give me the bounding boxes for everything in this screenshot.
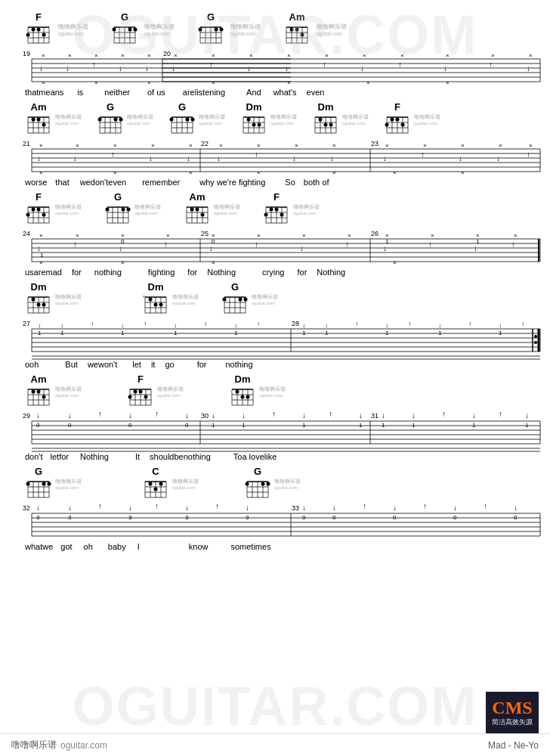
svg-text:↑: ↑: [257, 321, 260, 327]
svg-text:×: ×: [76, 232, 79, 239]
staff-32: 32 33 ↓ ↓ ↑ ↓ ↑ ↓ ↑ ↓ ↓: [23, 503, 550, 542]
svg-text:↓: ↓: [234, 322, 237, 329]
chord-diagram-Dm1: [240, 113, 267, 138]
svg-text:↓: ↓: [209, 244, 213, 253]
svg-text:×: ×: [212, 79, 215, 86]
section-row32: G 噜噜啊乐谱 oguitar.com: [11, 466, 539, 555]
svg-text:×: ×: [287, 52, 291, 59]
svg-text:↑: ↑: [98, 503, 102, 510]
svg-text:×: ×: [302, 232, 306, 239]
svg-text:↓: ↓: [128, 503, 132, 512]
lyrics-21: worse that wedon'teven remember why we'r…: [11, 178, 539, 189]
chord-diagram-F1: [25, 23, 52, 48]
svg-point-538: [48, 482, 51, 486]
svg-text:×: ×: [385, 142, 389, 149]
svg-point-258: [106, 208, 110, 212]
svg-text:1: 1: [472, 422, 476, 429]
svg-text:0: 0: [121, 238, 125, 245]
wm3: 噜噜啊乐谱: [144, 23, 175, 31]
svg-text:↓: ↓: [68, 411, 72, 420]
svg-text:26: 26: [371, 230, 379, 237]
svg-text:3: 3: [185, 514, 189, 521]
svg-point-35: [215, 28, 218, 32]
wm4: oguitar.com: [144, 31, 175, 36]
svg-point-125: [114, 118, 118, 122]
svg-text:1: 1: [359, 422, 363, 429]
svg-point-380: [239, 298, 243, 302]
svg-text:↑: ↑: [345, 240, 349, 249]
chord-name-F2: F: [394, 101, 400, 113]
svg-text:↑: ↑: [489, 60, 493, 69]
svg-text:1: 1: [476, 238, 480, 245]
svg-text:×: ×: [257, 169, 261, 176]
svg-text:23: 23: [371, 140, 379, 147]
wm2: oguitar.com: [58, 31, 88, 36]
staff-21: 21 22 23 × ×: [23, 138, 550, 178]
chord-diagram-F2: [384, 113, 411, 138]
svg-text:↓: ↓: [302, 503, 306, 512]
svg-text:↑: ↑: [484, 503, 487, 510]
svg-point-550: [159, 482, 163, 486]
chord-name-G3: G: [107, 101, 114, 113]
svg-text:↓: ↓: [119, 64, 122, 73]
svg-text:×: ×: [94, 79, 98, 86]
svg-text:↑: ↑: [155, 503, 159, 510]
svg-text:1: 1: [40, 252, 44, 259]
svg-text:↓: ↓: [292, 154, 296, 163]
svg-point-259: [122, 208, 125, 212]
svg-text:1: 1: [234, 330, 238, 336]
svg-text:×: ×: [39, 232, 43, 239]
chord-diagram-Dm2: [312, 113, 339, 138]
chord-diagram-G2: [197, 23, 224, 48]
svg-text:1: 1: [382, 422, 385, 429]
svg-text:0: 0: [36, 422, 40, 429]
lyrics-27: ooh But wewon't let it go for nothing: [11, 360, 539, 371]
svg-text:×: ×: [219, 142, 223, 149]
lyrics-32: whatwe got oh baby I know sometimes: [11, 542, 539, 555]
svg-text:↑: ↑: [329, 411, 332, 418]
wm6: oguitar.com: [230, 31, 261, 36]
lyric: of us: [147, 88, 165, 97]
svg-text:×: ×: [42, 52, 45, 59]
svg-text:↑: ↑: [398, 60, 402, 69]
footer-site-name: 噜噜啊乐谱: [11, 739, 57, 751]
svg-text:3: 3: [68, 514, 72, 521]
chord-name-Am1: Am: [289, 11, 305, 23]
svg-text:↓: ↓: [383, 154, 387, 163]
svg-text:↓: ↓: [438, 322, 441, 329]
svg-text:0: 0: [302, 514, 306, 521]
svg-text:↓: ↓: [185, 411, 189, 420]
svg-text:1: 1: [385, 238, 389, 245]
svg-point-34: [199, 28, 202, 32]
staff-19: 19 20 × × × × ×: [23, 48, 550, 88]
svg-text:×: ×: [287, 79, 291, 86]
svg-text:↓: ↓: [496, 154, 500, 163]
svg-text:×: ×: [514, 232, 518, 239]
svg-text:×: ×: [431, 232, 434, 239]
svg-text:↑: ↑: [468, 321, 471, 327]
cms-sub: 简洁高效矢源: [492, 718, 533, 727]
svg-text:↑: ↑: [204, 321, 207, 327]
svg-text:↓: ↓: [499, 322, 502, 329]
svg-point-561: [261, 482, 265, 486]
svg-text:↓: ↓: [185, 503, 189, 512]
svg-text:27: 27: [23, 320, 30, 327]
footer-site-url: oguitar.com: [60, 740, 107, 751]
svg-text:×: ×: [121, 259, 125, 266]
svg-text:↑: ↑: [155, 411, 159, 418]
svg-text:×: ×: [147, 52, 151, 59]
svg-text:↓: ↓: [119, 244, 122, 253]
svg-text:×: ×: [151, 142, 155, 149]
chord-name-G2: G: [207, 11, 215, 23]
svg-text:↓: ↓: [332, 503, 336, 512]
svg-text:1: 1: [412, 422, 416, 429]
svg-text:↓: ↓: [145, 64, 149, 73]
lyric: And: [246, 88, 261, 97]
staff-24: 24 25 26: [23, 228, 550, 268]
svg-text:↑: ↑: [428, 240, 432, 249]
svg-point-48: [301, 33, 304, 37]
lyric: that: [55, 178, 69, 187]
svg-point-560: [246, 482, 249, 486]
svg-text:0: 0: [514, 514, 518, 521]
svg-text:↓: ↓: [382, 411, 385, 420]
